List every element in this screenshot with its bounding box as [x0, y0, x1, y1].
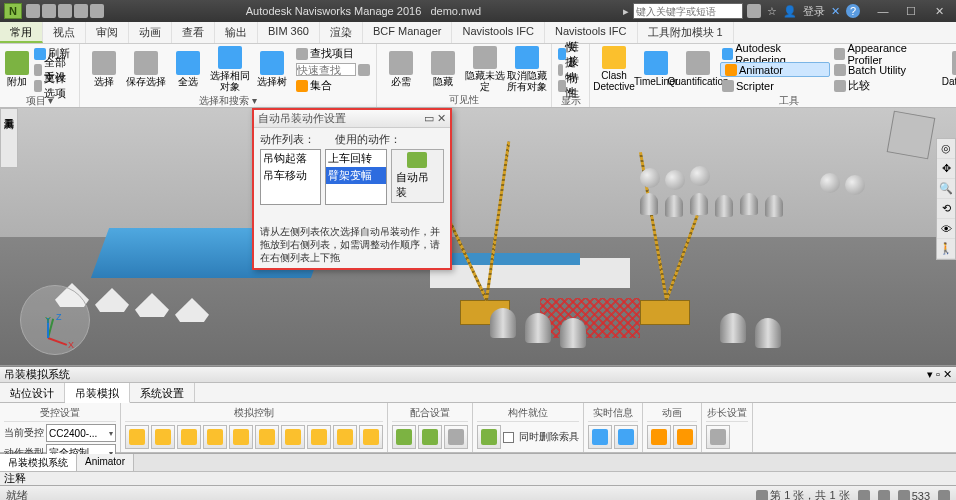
- comments-panel-header[interactable]: 注释: [0, 471, 956, 485]
- dialog-titlebar[interactable]: 自动吊装动作设置 ▭ ✕: [254, 110, 450, 128]
- ribbon-tab-bcf[interactable]: BCF Manager: [363, 22, 452, 43]
- dialog-restore-icon[interactable]: ▭: [424, 112, 434, 125]
- compare-button[interactable]: 比较: [832, 78, 942, 93]
- ribbon-tab-render[interactable]: 渲染: [320, 22, 363, 43]
- coop-btn-1[interactable]: [392, 425, 416, 449]
- rt-btn-2[interactable]: [614, 425, 638, 449]
- exchange-icon[interactable]: ✕: [831, 5, 840, 18]
- status-disk-icon[interactable]: [858, 490, 870, 501]
- qat-redo-icon[interactable]: [74, 4, 88, 18]
- status-gpu-icon[interactable]: [938, 490, 950, 501]
- ribbon-tab-home[interactable]: 常用: [0, 22, 43, 43]
- subtab-settings[interactable]: 系统设置: [130, 383, 195, 402]
- clash-button[interactable]: Clash Detective: [594, 46, 634, 92]
- ribbon-tab-addin[interactable]: 工具附加模块 1: [638, 22, 734, 43]
- dock-pin-icon[interactable]: ▾ ▫ ✕: [927, 368, 952, 381]
- minimize-button[interactable]: —: [870, 3, 896, 19]
- ribbon-tab-navistools2[interactable]: Navistools IFC: [545, 22, 638, 43]
- subtab-sim[interactable]: 吊装模拟: [65, 383, 130, 403]
- quantification-button[interactable]: Quantification: [678, 46, 718, 92]
- viewport-3d[interactable]: 测量工具 ◎ ✥ 🔍 ⟲ 👁 🚶 X Y Z 自动吊装动作设置 ▭ ✕ 动作列表…: [0, 108, 956, 366]
- app-logo[interactable]: N: [4, 3, 22, 19]
- file-options-button[interactable]: 文件 选项: [32, 78, 75, 93]
- measure-rail[interactable]: 测量工具: [0, 108, 18, 168]
- sim-btn-5[interactable]: [229, 425, 253, 449]
- subtab-station[interactable]: 站位设计: [0, 383, 65, 402]
- anim-btn-2[interactable]: [673, 425, 697, 449]
- qat-save-icon[interactable]: [42, 4, 56, 18]
- dock-header[interactable]: 吊装模拟系统 ▾ ▫ ✕: [0, 367, 956, 383]
- nav-walk-icon[interactable]: 🚶: [937, 239, 955, 259]
- list-item[interactable]: 吊车移动: [261, 167, 320, 184]
- nav-wheel-icon[interactable]: ◎: [937, 139, 955, 159]
- ribbon-tab-viewpoint[interactable]: 视点: [43, 22, 86, 43]
- compass[interactable]: [20, 285, 90, 355]
- qat-open-icon[interactable]: [26, 4, 40, 18]
- properties-button[interactable]: 特性: [556, 78, 585, 93]
- login-link[interactable]: 登录: [803, 4, 825, 19]
- status-pencil-icon[interactable]: [878, 490, 890, 501]
- batch-utility-button[interactable]: Batch Utility: [832, 62, 942, 77]
- search-go-icon[interactable]: [358, 64, 370, 76]
- coop-btn-2[interactable]: [418, 425, 442, 449]
- search-icon[interactable]: [747, 4, 761, 18]
- attach-button[interactable]: 附加: [4, 46, 30, 92]
- select-same-button[interactable]: 选择相同对象: [210, 46, 250, 92]
- ribbon-tab-navistools1[interactable]: Navistools IFC: [452, 22, 545, 43]
- appearance-profiler-button[interactable]: Appearance Profiler: [832, 46, 942, 61]
- ribbon-tab-view[interactable]: 查看: [172, 22, 215, 43]
- list-item-selected[interactable]: 臂架变幅: [326, 167, 385, 184]
- help-icon[interactable]: ?: [846, 4, 860, 18]
- place-btn[interactable]: [477, 425, 501, 449]
- require-button[interactable]: 必需: [381, 46, 421, 92]
- find-items-button[interactable]: 查找项目: [294, 46, 372, 61]
- scripter-button[interactable]: Scripter: [720, 78, 830, 93]
- ribbon-tab-animation[interactable]: 动画: [129, 22, 172, 43]
- list-item[interactable]: 上车回转: [326, 150, 385, 167]
- bottom-tab-liftsim[interactable]: 吊装模拟系统: [0, 454, 77, 471]
- quick-find-input[interactable]: [294, 62, 372, 77]
- star-icon[interactable]: ☆: [767, 5, 777, 18]
- sim-btn-3[interactable]: [177, 425, 201, 449]
- current-control-combo[interactable]: CC2400-...: [46, 424, 116, 442]
- ribbon-tab-output[interactable]: 输出: [215, 22, 258, 43]
- qat-select-icon[interactable]: [90, 4, 104, 18]
- sim-btn-1[interactable]: [125, 425, 149, 449]
- signin-icon[interactable]: 👤: [783, 5, 797, 18]
- autodesk-rendering-button[interactable]: Autodesk Rendering: [720, 46, 830, 61]
- sim-btn-4[interactable]: [203, 425, 227, 449]
- list-item[interactable]: 吊钩起落: [261, 150, 320, 167]
- step-btn[interactable]: [706, 425, 730, 449]
- sim-btn-2[interactable]: [151, 425, 175, 449]
- select-button[interactable]: 选择: [84, 46, 124, 92]
- rt-btn-1[interactable]: [588, 425, 612, 449]
- nav-zoom-icon[interactable]: 🔍: [937, 179, 955, 199]
- selection-tree-button[interactable]: 选择树: [252, 46, 292, 92]
- sim-btn-8[interactable]: [307, 425, 331, 449]
- status-sheets[interactable]: 第 1 张，共 1 张: [756, 488, 849, 500]
- hide-button[interactable]: 隐藏: [423, 46, 463, 92]
- sim-btn-6[interactable]: [255, 425, 279, 449]
- bottom-tab-animator[interactable]: Animator: [77, 454, 134, 471]
- delete-rigging-checkbox[interactable]: [503, 432, 514, 443]
- nav-pan-icon[interactable]: ✥: [937, 159, 955, 179]
- coop-btn-3[interactable]: [444, 425, 468, 449]
- animator-button[interactable]: Animator: [720, 62, 830, 77]
- sim-btn-10[interactable]: [359, 425, 383, 449]
- nav-look-icon[interactable]: 👁: [937, 219, 955, 239]
- unhide-all-button[interactable]: 取消隐藏所有对象: [507, 46, 547, 92]
- help-search-input[interactable]: [633, 3, 743, 19]
- viewcube[interactable]: [887, 111, 936, 160]
- hide-unselected-button[interactable]: 隐藏未选定: [465, 46, 505, 92]
- close-button[interactable]: ✕: [926, 3, 952, 19]
- anim-btn-1[interactable]: [647, 425, 671, 449]
- qat-undo-icon[interactable]: [58, 4, 72, 18]
- ribbon-tab-review[interactable]: 审阅: [86, 22, 129, 43]
- sim-btn-9[interactable]: [333, 425, 357, 449]
- ribbon-tab-bim360[interactable]: BIM 360: [258, 22, 320, 43]
- action-list[interactable]: 吊钩起落 吊车移动: [260, 149, 321, 205]
- used-action-list[interactable]: 上车回转 臂架变幅: [325, 149, 386, 205]
- save-selection-button[interactable]: 保存选择: [126, 46, 166, 92]
- nav-orbit-icon[interactable]: ⟲: [937, 199, 955, 219]
- datatools-button[interactable]: DataTools: [944, 46, 956, 92]
